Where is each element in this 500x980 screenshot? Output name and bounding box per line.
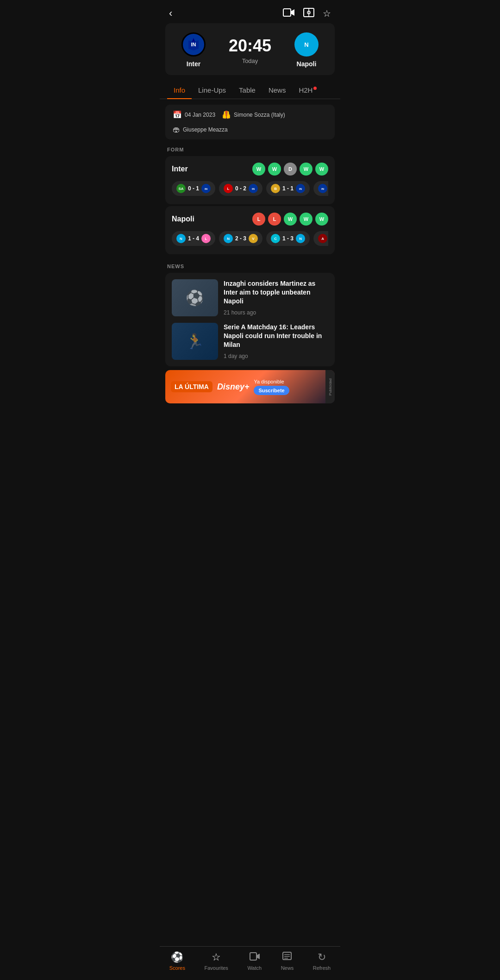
news-time-1: 21 hours ago [224,309,328,316]
nap-match3-home-logo: C [271,234,280,243]
svg-rect-0 [283,9,291,16]
referee-name: Simone Sozza (Italy) [234,112,285,118]
napoli-match-2[interactable]: N 2 - 3 V [219,231,262,246]
news-title-1: Inzaghi considers Martinez as Inter aim … [224,279,328,306]
napoli-match-4[interactable]: A 2 - 3 N [313,231,328,246]
ad-publicidad-text: Publicidad [328,378,332,396]
nap-match2-away-logo: V [249,234,258,243]
news-section: ⚽ Inzaghi considers Martinez as Inter ai… [160,273,340,366]
match-score-center: 20:45 Today [229,36,271,64]
news-time-2: 1 day ago [224,353,328,359]
inter-badge-4: W [300,163,312,176]
napoli-badge-3: W [284,213,297,226]
news-title-2: Serie A Matchday 16: Leaders Napoli coul… [224,323,328,349]
inter-form-badges: W W D W W [252,163,328,176]
match3-away-logo: IN [296,184,305,193]
field-icon[interactable] [303,8,314,19]
tab-lineups[interactable]: Line-Ups [192,82,232,99]
svg-text:IN: IN [252,188,255,190]
away-team-name: Napoli [297,60,317,68]
inter-match-3[interactable]: B 1 - 1 IN [266,181,310,196]
svg-text:IN: IN [321,188,324,190]
news-item-1[interactable]: ⚽ Inzaghi considers Martinez as Inter ai… [172,279,328,316]
ad-title: LA ÚLTIMA [171,381,212,392]
napoli-badge-5: W [315,213,328,226]
napoli-badge-2: L [268,213,281,226]
inter-form-card: Inter W W D W W SA 0 - 1 IN L 0 - 2 IN B… [165,156,335,204]
match-date: Today [242,57,258,64]
inter-match-4[interactable]: IN 4 - 0 S [313,181,328,196]
stadium-item: 🏟 Giuseppe Meazza [173,126,228,134]
inter-badge-3: D [284,163,297,176]
inter-badge-5: W [315,163,328,176]
match1-home-logo: SA [176,184,186,193]
nap-match4-home-logo: A [318,234,327,243]
stadium-icon: 🏟 [173,126,180,134]
news-thumb-1: ⚽ [172,279,218,316]
inter-form-matches: SA 0 - 1 IN L 0 - 2 IN B 1 - 1 IN IN 4 -… [172,181,328,198]
inter-badge-1: W [252,163,265,176]
match2-home-logo: L [224,184,233,193]
tab-h2h[interactable]: H2H [292,82,323,99]
svg-text:IN: IN [205,188,207,190]
inter-logo: IN [181,32,206,57]
inter-match-2[interactable]: L 0 - 2 IN [219,181,262,196]
napoli-match-1[interactable]: N 1 - 4 L [172,231,215,246]
match-date-item: 📅 04 Jan 2023 [173,110,215,119]
svg-text:N: N [304,41,308,48]
news-thumb-2: 🏃 [172,323,218,360]
inter-badge-2: W [268,163,281,176]
match1-away-logo: IN [201,184,211,193]
tab-table[interactable]: Table [232,82,262,99]
inter-form-header: Inter W W D W W [172,163,328,176]
away-team-block: N Napoli [286,32,327,68]
nap-match2-home-logo: N [224,234,233,243]
nap-match1-home-logo: N [176,234,186,243]
napoli-badge-4: W [300,213,312,226]
calendar-icon: 📅 [173,110,182,119]
news-item-2[interactable]: 🏃 Serie A Matchday 16: Leaders Napoli co… [172,323,328,360]
ad-publicidad: Publicidad [325,370,335,403]
top-bar-actions: ☆ [283,8,331,19]
napoli-match-3[interactable]: C 1 - 3 N [266,231,310,246]
referee-item: 🦺 Simone Sozza (Italy) [222,110,285,119]
h2h-dot [313,87,317,90]
napoli-form-name: Napoli [172,215,194,223]
svg-text:IN: IN [299,188,302,190]
nap-match1-away-logo: L [201,234,211,243]
tab-info[interactable]: Info [167,82,192,99]
napoli-form-matches: N 1 - 4 L N 2 - 3 V C 1 - 3 N A 2 - 3 N [172,231,328,248]
match3-home-logo: B [271,184,280,193]
match-time: 20:45 [229,36,271,56]
referee-icon: 🦺 [222,110,231,119]
nap-match3-away-logo: N [296,234,305,243]
home-team-block: IN Inter [173,32,214,68]
ad-subscribe-button[interactable]: Suscríbete [254,386,289,395]
ad-disney: Disney+ [217,382,250,392]
match-info-bar: 📅 04 Jan 2023 🦺 Simone Sozza (Italy) 🏟 G… [165,105,335,139]
stadium-name: Giuseppe Meazza [183,126,228,133]
ad-banner[interactable]: LA ÚLTIMA Disney+ Ya disponible Suscríbe… [165,370,335,403]
top-bar: ‹ ☆ [160,0,340,23]
back-button[interactable]: ‹ [169,7,172,19]
news-text-1: Inzaghi considers Martinez as Inter aim … [224,279,328,316]
match-date-text: 04 Jan 2023 [185,112,215,118]
news-card: ⚽ Inzaghi considers Martinez as Inter ai… [165,273,335,366]
home-team-name: Inter [187,60,200,68]
favorite-icon[interactable]: ☆ [323,8,331,19]
video-icon[interactable] [283,8,295,19]
news-text-2: Serie A Matchday 16: Leaders Napoli coul… [224,323,328,360]
match-header: IN Inter 20:45 Today N Napoli [165,23,335,75]
inter-match-1[interactable]: SA 0 - 1 IN [172,181,215,196]
tab-news[interactable]: News [262,82,293,99]
napoli-logo: N [294,32,319,57]
match4-home-logo: IN [318,184,327,193]
inter-form-name: Inter [172,165,188,173]
napoli-form-header: Napoli L L W W W [172,213,328,226]
form-section-label: FORM [160,139,340,156]
napoli-form-card: Napoli L L W W W N 1 - 4 L N 2 - 3 V C 1… [165,206,335,254]
match-tabs: Info Line-Ups Table News H2H [160,82,340,99]
news-section-label: NEWS [160,256,340,273]
napoli-form-badges: L L W W W [252,213,328,226]
svg-text:IN: IN [191,42,196,47]
